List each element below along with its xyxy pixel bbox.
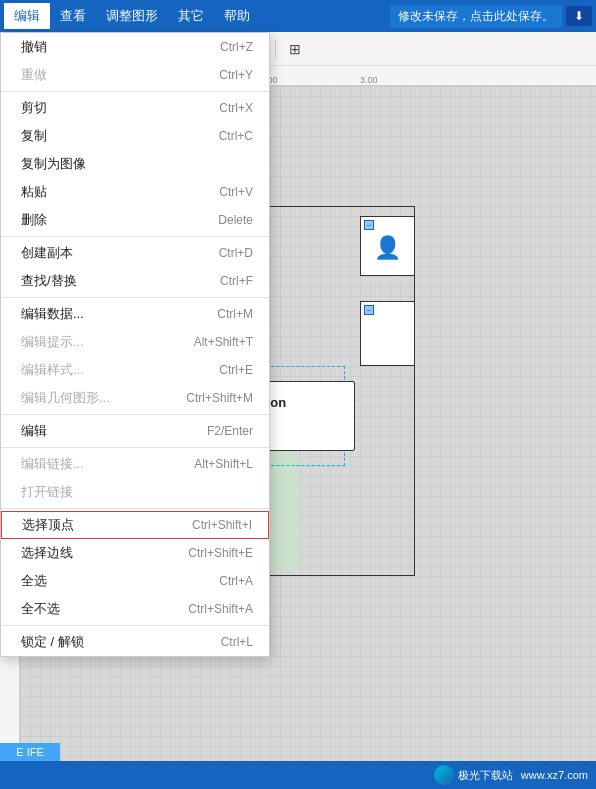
menu-edit-label: 编辑 bbox=[21, 422, 187, 440]
sep-1 bbox=[1, 91, 269, 92]
menu-select-vertex[interactable]: 选择顶点 Ctrl+Shift+I bbox=[1, 511, 269, 539]
menu-edit-data-shortcut: Ctrl+M bbox=[217, 307, 253, 321]
bottom-left-text: E IFE bbox=[16, 746, 44, 758]
svg-point-1 bbox=[438, 769, 450, 781]
logo-area: 极光下载站 www.xz7.com bbox=[434, 765, 588, 785]
menu-select-vertex-shortcut: Ctrl+Shift+I bbox=[192, 518, 252, 532]
menu-item-view[interactable]: 查看 bbox=[50, 3, 96, 29]
menu-undo[interactable]: 撤销 Ctrl+Z bbox=[1, 33, 269, 61]
menu-edit-link-shortcut: Alt+Shift+L bbox=[194, 457, 253, 471]
menu-paste[interactable]: 粘贴 Ctrl+V bbox=[1, 178, 269, 206]
menu-delete[interactable]: 删除 Delete bbox=[1, 206, 269, 234]
bottom-left-hint: E IFE bbox=[0, 743, 60, 761]
menu-select-edge-label: 选择边线 bbox=[21, 544, 168, 562]
menu-undo-shortcut: Ctrl+Z bbox=[220, 40, 253, 54]
logo-name: 极光下载站 bbox=[458, 768, 513, 783]
menu-select-all-label: 全选 bbox=[21, 572, 199, 590]
menu-edit-hint-shortcut: Alt+Shift+T bbox=[194, 335, 253, 349]
dropdown-menu: 撤销 Ctrl+Z 重做 Ctrl+Y 剪切 Ctrl+X 复制 Ctrl+C … bbox=[0, 32, 270, 657]
menu-delete-label: 删除 bbox=[21, 211, 198, 229]
menu-redo-label: 重做 bbox=[21, 66, 199, 84]
menu-select-edge-shortcut: Ctrl+Shift+E bbox=[188, 546, 253, 560]
menu-select-none-shortcut: Ctrl+Shift+A bbox=[188, 602, 253, 616]
menu-duplicate[interactable]: 创建副本 Ctrl+D bbox=[1, 239, 269, 267]
sep-4 bbox=[1, 414, 269, 415]
menu-find-replace-shortcut: Ctrl+F bbox=[220, 274, 253, 288]
menu-select-edge[interactable]: 选择边线 Ctrl+Shift+E bbox=[1, 539, 269, 567]
menu-edit-style-shortcut: Ctrl+E bbox=[219, 363, 253, 377]
sep-7 bbox=[1, 625, 269, 626]
menu-duplicate-shortcut: Ctrl+D bbox=[219, 246, 253, 260]
menu-edit-data-label: 编辑数据... bbox=[21, 305, 197, 323]
menu-cut-shortcut: Ctrl+X bbox=[219, 101, 253, 115]
ruler-tick-3: 3.00 bbox=[360, 75, 378, 85]
menu-edit-data[interactable]: 编辑数据... Ctrl+M bbox=[1, 300, 269, 328]
menu-lock-unlock-shortcut: Ctrl+L bbox=[221, 635, 253, 649]
menu-copy-image[interactable]: 复制为图像 bbox=[1, 150, 269, 178]
menu-edit-geometry-shortcut: Ctrl+Shift+M bbox=[186, 391, 253, 405]
menu-lock-unlock[interactable]: 锁定 / 解锁 Ctrl+L bbox=[1, 628, 269, 656]
menu-select-all[interactable]: 全选 Ctrl+A bbox=[1, 567, 269, 595]
menu-copy-label: 复制 bbox=[21, 127, 199, 145]
menu-paste-label: 粘贴 bbox=[21, 183, 199, 201]
menu-edit-style-label: 编辑样式... bbox=[21, 361, 199, 379]
menu-open-link-label: 打开链接 bbox=[21, 483, 233, 501]
menu-edit-geometry[interactable]: 编辑几何图形... Ctrl+Shift+M bbox=[1, 384, 269, 412]
menu-bar: 编辑 查看 调整图形 其它 帮助 修改未保存，点击此处保存。 ⬇ bbox=[0, 0, 596, 32]
menu-edit[interactable]: 编辑 F2/Enter bbox=[1, 417, 269, 445]
bottom-bar: 极光下载站 www.xz7.com bbox=[0, 761, 596, 789]
menu-find-replace-label: 查找/替换 bbox=[21, 272, 200, 290]
sep-5 bbox=[1, 447, 269, 448]
menu-paste-shortcut: Ctrl+V bbox=[219, 185, 253, 199]
menu-item-adjust[interactable]: 调整图形 bbox=[96, 3, 168, 29]
menu-lock-unlock-label: 锁定 / 解锁 bbox=[21, 633, 201, 651]
sep-2 bbox=[1, 236, 269, 237]
menu-item-help[interactable]: 帮助 bbox=[214, 3, 260, 29]
toolbar-sep-4 bbox=[275, 39, 276, 59]
menu-edit-geometry-label: 编辑几何图形... bbox=[21, 389, 166, 407]
toolbar-table[interactable]: ⊞ bbox=[282, 36, 308, 62]
menu-item-other[interactable]: 其它 bbox=[168, 3, 214, 29]
menu-select-vertex-label: 选择顶点 bbox=[22, 516, 172, 534]
menu-cut[interactable]: 剪切 Ctrl+X bbox=[1, 94, 269, 122]
save-button[interactable]: ⬇ bbox=[566, 6, 592, 26]
save-notice[interactable]: 修改未保存，点击此处保存。 bbox=[390, 5, 562, 28]
menu-select-none-label: 全不选 bbox=[21, 600, 168, 618]
menu-redo[interactable]: 重做 Ctrl+Y bbox=[1, 61, 269, 89]
menu-edit-hint-label: 编辑提示... bbox=[21, 333, 174, 351]
menu-undo-label: 撤销 bbox=[21, 38, 200, 56]
logo-icon bbox=[434, 765, 454, 785]
menu-copy[interactable]: 复制 Ctrl+C bbox=[1, 122, 269, 150]
menu-edit-shortcut: F2/Enter bbox=[207, 424, 253, 438]
menu-find-replace[interactable]: 查找/替换 Ctrl+F bbox=[1, 267, 269, 295]
menu-edit-link[interactable]: 编辑链接... Alt+Shift+L bbox=[1, 450, 269, 478]
menu-open-link[interactable]: 打开链接 bbox=[1, 478, 269, 506]
logo-url-text: www.xz7.com bbox=[521, 769, 588, 781]
menu-copy-image-label: 复制为图像 bbox=[21, 155, 233, 173]
menu-redo-shortcut: Ctrl+Y bbox=[219, 68, 253, 82]
sep-6 bbox=[1, 508, 269, 509]
menu-edit-hint[interactable]: 编辑提示... Alt+Shift+T bbox=[1, 328, 269, 356]
menu-edit-link-label: 编辑链接... bbox=[21, 455, 174, 473]
menu-delete-shortcut: Delete bbox=[218, 213, 253, 227]
menu-select-none[interactable]: 全不选 Ctrl+Shift+A bbox=[1, 595, 269, 623]
sep-3 bbox=[1, 297, 269, 298]
menu-select-all-shortcut: Ctrl+A bbox=[219, 574, 253, 588]
menu-item-edit[interactable]: 编辑 bbox=[4, 3, 50, 29]
menu-copy-shortcut: Ctrl+C bbox=[219, 129, 253, 143]
menu-cut-label: 剪切 bbox=[21, 99, 199, 117]
menu-duplicate-label: 创建副本 bbox=[21, 244, 199, 262]
menu-edit-style[interactable]: 编辑样式... Ctrl+E bbox=[1, 356, 269, 384]
